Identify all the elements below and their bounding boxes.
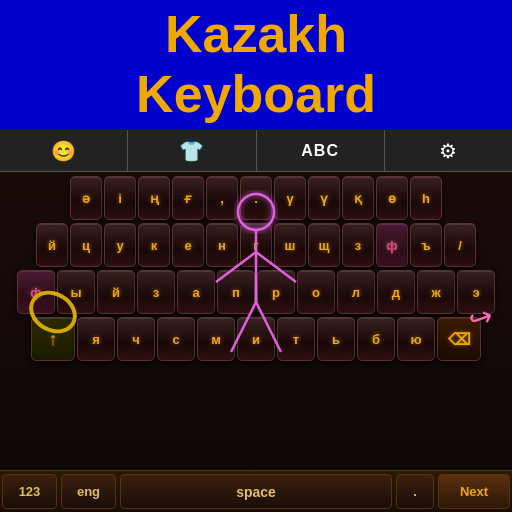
theme-button[interactable]: 👕 <box>128 130 256 171</box>
key-l[interactable]: л <box>337 270 375 314</box>
next-button[interactable]: Next <box>438 474 510 509</box>
app-header: Kazakh Keyboard <box>0 0 512 130</box>
abc-label: ABC <box>301 142 339 160</box>
key-ch[interactable]: ч <box>117 317 155 361</box>
key-oe[interactable]: ө <box>376 176 408 220</box>
key-zh[interactable]: ж <box>417 270 455 314</box>
key-h[interactable]: h <box>410 176 442 220</box>
key-period[interactable]: . <box>240 176 272 220</box>
num-button[interactable]: 123 <box>2 474 57 509</box>
key-d[interactable]: д <box>377 270 415 314</box>
keyboard-row-4: ↑ я ч с м и т ь б ю ⌫ <box>3 317 509 361</box>
key-yu[interactable]: ү <box>308 176 340 220</box>
key-ts[interactable]: ц <box>70 223 102 267</box>
key-sh[interactable]: ш <box>274 223 306 267</box>
settings-button[interactable]: ⚙ <box>385 130 512 171</box>
keyboard-row-3: ф ы й з а п р о л д ж э <box>3 270 509 314</box>
key-hard[interactable]: ъ <box>410 223 442 267</box>
key-n[interactable]: н <box>206 223 238 267</box>
key-o[interactable]: о <box>297 270 335 314</box>
keyboard-row-2: й ц у к е н г ш щ з ф ъ / <box>3 223 509 267</box>
key-t[interactable]: т <box>277 317 315 361</box>
app-title: Kazakh Keyboard <box>136 5 376 125</box>
key-ye[interactable]: е <box>172 223 204 267</box>
key-soft[interactable]: ь <box>317 317 355 361</box>
key-yj[interactable]: й <box>36 223 68 267</box>
key-gh[interactable]: ғ <box>172 176 204 220</box>
bottom-bar: 123 eng space . Next <box>0 470 512 512</box>
key-r[interactable]: р <box>257 270 295 314</box>
key-s[interactable]: с <box>157 317 195 361</box>
key-z2[interactable]: з <box>137 270 175 314</box>
key-yj2[interactable]: й <box>97 270 135 314</box>
lang-button[interactable]: eng <box>61 474 116 509</box>
key-q[interactable]: қ <box>342 176 374 220</box>
key-slash[interactable]: / <box>444 223 476 267</box>
space-button[interactable]: space <box>120 474 392 509</box>
key-p[interactable]: п <box>217 270 255 314</box>
keyboard-area: ↪ ə і ң ғ , . γ ү қ ө h й ц у к е н г ш … <box>0 172 512 470</box>
emoji-button[interactable]: 😊 <box>0 130 128 171</box>
key-z[interactable]: з <box>342 223 374 267</box>
abc-button[interactable]: ABC <box>257 130 385 171</box>
key-gamma[interactable]: γ <box>274 176 306 220</box>
key-ae[interactable]: ə <box>70 176 102 220</box>
key-i[interactable]: і <box>104 176 136 220</box>
key-ya[interactable]: я <box>77 317 115 361</box>
key-g[interactable]: г <box>240 223 272 267</box>
toolbar: 😊 👕 ABC ⚙ <box>0 130 512 172</box>
key-k[interactable]: к <box>138 223 170 267</box>
key-yu2[interactable]: ю <box>397 317 435 361</box>
period-button[interactable]: . <box>396 474 434 509</box>
key-comma[interactable]: , <box>206 176 238 220</box>
key-a[interactable]: а <box>177 270 215 314</box>
key-shch[interactable]: щ <box>308 223 340 267</box>
key-u[interactable]: у <box>104 223 136 267</box>
key-ii[interactable]: и <box>237 317 275 361</box>
emoji-icon: 😊 <box>51 139 76 163</box>
settings-icon: ⚙ <box>439 139 457 163</box>
keyboard-row-1: ə і ң ғ , . γ ү қ ө h <box>3 176 509 220</box>
key-f[interactable]: ф <box>376 223 408 267</box>
key-b[interactable]: б <box>357 317 395 361</box>
key-ng[interactable]: ң <box>138 176 170 220</box>
key-m[interactable]: м <box>197 317 235 361</box>
shirt-icon: 👕 <box>179 139 204 163</box>
